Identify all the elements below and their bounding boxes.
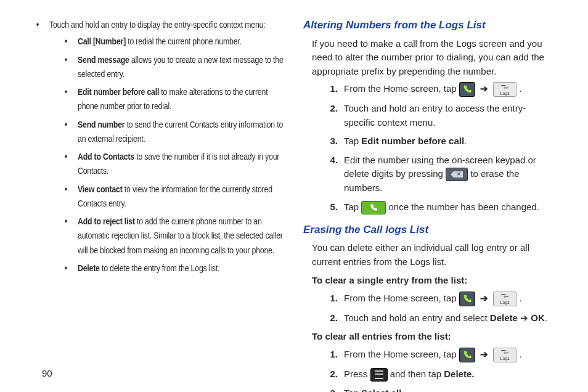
list-item: Delete to delete the entry from the Logs… [60, 261, 285, 275]
step-number: 2. [324, 102, 338, 116]
step-text: . [519, 293, 521, 303]
step-number: 3. [324, 134, 338, 149]
item-bold: Send number [78, 119, 125, 129]
item-rest: to redial the current phone number. [126, 36, 242, 46]
step-bold: OK [531, 312, 545, 323]
step-text: . [464, 136, 467, 146]
arrow-icon: ➔ [478, 349, 491, 359]
arrow-icon: ➔ [478, 83, 491, 94]
section-intro: If you need to make a call from the Logs… [312, 37, 556, 79]
step-text: Touch and hold an entry to access the en… [344, 102, 556, 129]
logs-icon: Logs [493, 348, 517, 362]
step-text: From the Home screen, tap [344, 293, 459, 303]
list-item: Add to Contacts to save the number if it… [60, 149, 285, 178]
logs-label: Logs [500, 91, 510, 96]
step-bold: Delete. [444, 369, 474, 379]
step-text: From the Home screen, tap [344, 349, 459, 359]
logs-icon: Logs [493, 82, 517, 97]
list-item: Send message allows you to create a new … [60, 52, 285, 81]
list-item: Edit number before call to make alterati… [60, 84, 285, 113]
step-2: 2. Press and then tap Delete. [324, 367, 556, 382]
step-text: . [545, 312, 547, 323]
item-bold: Send message [78, 54, 129, 65]
item-bold: Call [Number] [78, 36, 126, 46]
item-rest: to delete the entry from the Logs list. [100, 263, 219, 273]
sub-heading: To clear a single entry from the list: [312, 274, 556, 288]
item-bold: Edit number before call [78, 86, 159, 97]
bullet-icon [60, 182, 71, 211]
bullet-icon [60, 261, 71, 275]
section-heading: Erasing the Call logs List [303, 222, 556, 238]
step-3: 3. Tap Edit number before call. [324, 134, 556, 149]
step-5: 5. Tap once the number has been changed. [324, 200, 556, 214]
arrow-icon: ➔ [478, 293, 491, 303]
list-item: View contact to view the information for… [60, 182, 285, 211]
menu-icon [370, 368, 388, 382]
bullet-icon [60, 34, 71, 48]
step-number: 1. [324, 292, 338, 306]
logs-label: Logs [500, 356, 510, 361]
ordered-steps: 1. From the Home screen, tap ➔ Logs . 2.… [303, 292, 556, 325]
step-bold: Delete [490, 312, 518, 323]
step-text: Tap [344, 202, 361, 212]
step-2: 2. Touch and hold an entry to access the… [324, 102, 556, 129]
bullet-icon [60, 149, 71, 178]
step-number: 5. [324, 200, 338, 214]
item-bold: Add to Contacts [78, 151, 134, 161]
bullet-icon [32, 17, 43, 31]
context-menu-intro: Touch and hold an entry to display the e… [32, 17, 285, 31]
sub-heading: To clear all entries from the list: [312, 330, 556, 344]
step-text: Tap [344, 136, 361, 146]
step-text: Press [344, 369, 370, 379]
step-text: once the number has been changed. [389, 202, 539, 212]
step-number: 1. [324, 82, 338, 96]
ordered-steps: 1. From the Home screen, tap ➔ Logs . 2.… [303, 82, 556, 214]
section-heading: Altering Numbers from the Logs List [303, 17, 556, 33]
section-erasing-logs: Erasing the Call logs List You can delet… [303, 222, 556, 392]
context-menu-items: Call [Number] to redial the current phon… [32, 34, 285, 275]
phone-app-icon [459, 292, 475, 306]
manual-page: Touch and hold an entry to display the e… [0, 0, 588, 392]
section-intro: You can delete either an individual call… [312, 241, 556, 269]
step-text: Touch and hold an entry and select [344, 312, 490, 323]
step-bold: Edit number before call [361, 136, 464, 146]
step-text: From the Home screen, tap [344, 83, 459, 94]
logs-icon: Logs [493, 292, 517, 306]
step-text: Tap [344, 388, 361, 392]
item-bold: Delete [78, 263, 100, 273]
step-text: and then tap [390, 369, 444, 379]
item-bold: Add to reject list [78, 216, 135, 226]
bullet-icon [60, 117, 71, 146]
step-text: . [519, 349, 521, 359]
item-bold: View contact [78, 184, 123, 194]
step-number: 3. [324, 386, 338, 392]
logs-label: Logs [500, 300, 510, 304]
step-2: 2. Touch and hold an entry and select De… [324, 311, 556, 325]
call-icon [361, 201, 386, 214]
bullet-icon [60, 84, 71, 113]
step-1: 1. From the Home screen, tap ➔ Logs . [324, 348, 556, 362]
phone-app-icon [459, 348, 475, 362]
step-number: 2. [324, 367, 338, 382]
step-number: 4. [324, 153, 338, 168]
right-column: Altering Numbers from the Logs List If y… [303, 17, 556, 380]
section-altering-numbers: Altering Numbers from the Logs List If y… [303, 17, 556, 214]
step-4: 4. Edit the number using the on-screen k… [324, 153, 556, 195]
step-text: . [519, 83, 521, 94]
step-bold: Select all [361, 388, 401, 392]
list-item: Add to reject list to add the current ph… [60, 214, 285, 257]
ordered-steps: 1. From the Home screen, tap ➔ Logs . 2.… [303, 348, 556, 392]
step-1: 1. From the Home screen, tap ➔ Logs . [324, 82, 556, 97]
step-3: 3. Tap Select all. [324, 386, 556, 392]
phone-app-icon [459, 82, 475, 97]
step-text: . [401, 388, 404, 392]
page-number: 90 [42, 368, 52, 378]
bullet-icon [60, 214, 71, 257]
left-column: Touch and hold an entry to display the e… [32, 17, 285, 380]
intro-text: Touch and hold an entry to display the e… [49, 17, 285, 31]
bullet-icon [60, 52, 71, 81]
step-number: 1. [324, 348, 338, 362]
list-item: Call [Number] to redial the current phon… [60, 34, 285, 48]
step-text: ➔ [518, 312, 531, 323]
backspace-icon [446, 168, 468, 181]
